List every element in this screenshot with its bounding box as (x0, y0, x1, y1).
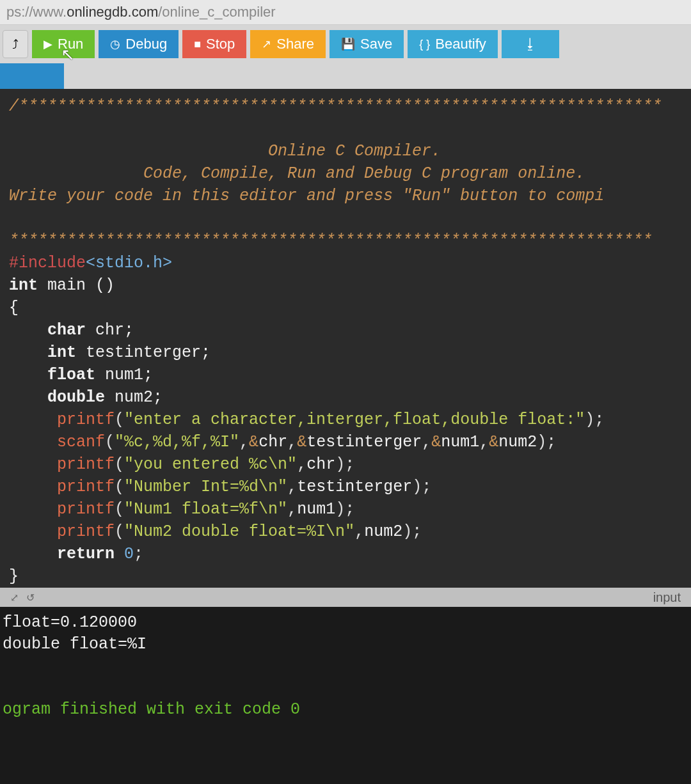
code-editor[interactable]: /***************************************… (0, 89, 691, 588)
stop-icon: ■ (194, 38, 201, 51)
stop-button[interactable]: ■ Stop (182, 30, 246, 58)
str: "Number Int=%d (124, 478, 258, 496)
str: "you entered %c (124, 455, 268, 474)
var: num2 (364, 522, 402, 541)
str: "enter a character,interger,float,double… (124, 411, 585, 429)
decl: num2; (105, 388, 163, 407)
fn-printf: printf (57, 478, 115, 496)
beautify-button[interactable]: { } Beautify (408, 30, 498, 58)
amp: & (249, 433, 258, 451)
nl: \n (258, 478, 278, 496)
beautify-label: Beautify (435, 36, 486, 52)
stop-label: Stop (206, 36, 235, 52)
str: "Num2 double float=%I (124, 522, 326, 541)
var: chr (258, 433, 287, 451)
num-zero: 0 (124, 545, 134, 563)
amp: & (431, 433, 441, 451)
decl: testinterger; (76, 343, 210, 362)
download-icon: ⭳ (523, 36, 537, 52)
amp: & (489, 433, 498, 451)
toolbar: ⤴ ▶ Run ◷ Debug ■ Stop ↗ Share 💾 Save { … (0, 25, 691, 63)
editor-status-bar: ⤢ ↺ input (0, 588, 691, 607)
console-line: double float=%I (3, 635, 147, 654)
save-icon: 💾 (341, 37, 355, 51)
save-label: Save (360, 36, 392, 52)
str: "Num1 float=%f (124, 500, 258, 519)
home-icon: ⤴ (12, 37, 19, 52)
share-button[interactable]: ↗ Share (250, 30, 326, 58)
var: num1 (297, 500, 335, 519)
str: " (287, 455, 297, 474)
comment-line: /***************************************… (9, 97, 662, 116)
comment-line: Code, Compile, Run and Debug C program o… (9, 164, 585, 183)
decl: num1; (95, 366, 153, 384)
main-sig: main () (47, 276, 115, 295)
save-button[interactable]: 💾 Save (330, 30, 404, 58)
var: chr (306, 455, 335, 474)
clock-icon: ◷ (110, 37, 120, 51)
url-host: onlinegdb.com (67, 4, 158, 20)
input-tab-label[interactable]: input (653, 590, 681, 605)
url-bar[interactable]: ps://www.onlinegdb.com/online_c_compiler (0, 0, 691, 25)
nl: \n (268, 455, 287, 474)
play-icon: ▶ (44, 37, 52, 51)
share-icon: ↗ (262, 37, 271, 51)
var: num1 (441, 433, 479, 451)
tab-strip (0, 63, 691, 89)
nl: \n (326, 522, 345, 541)
kw-char: char (47, 321, 86, 340)
active-tab[interactable] (0, 63, 64, 89)
kw-float: float (47, 366, 95, 384)
debug-label: Debug (125, 36, 167, 52)
home-button[interactable]: ⤴ (3, 30, 28, 58)
fn-scanf: scanf (57, 433, 105, 451)
str: " (278, 478, 287, 496)
console-line: float=0.120000 (3, 613, 137, 632)
url-path: /online_c_compiler (158, 4, 275, 20)
comment-line: ****************************************… (9, 231, 652, 250)
str: " (345, 522, 354, 541)
kw-int: int (47, 343, 76, 362)
include-header: <stdio.h> (86, 254, 172, 272)
kw-return: return (57, 545, 115, 563)
console-exit-line: ogram finished with exit code 0 (3, 700, 300, 719)
decl: chr; (86, 321, 134, 340)
url-prefix: ps://www. (6, 4, 67, 20)
fn-printf: printf (57, 522, 115, 541)
history-icon[interactable]: ↺ (26, 592, 35, 604)
var: testinterger (297, 478, 412, 496)
preproc: #include (9, 254, 86, 272)
run-button[interactable]: ▶ Run (32, 30, 95, 58)
expand-icon[interactable]: ⤢ (10, 592, 19, 604)
amp: & (297, 433, 306, 451)
str: "%c,%d,%f,%I" (115, 433, 239, 451)
braces-icon: { } (419, 38, 430, 51)
share-label: Share (276, 36, 314, 52)
fn-printf: printf (57, 455, 115, 474)
fn-printf: printf (57, 411, 115, 429)
brace: } (9, 567, 19, 586)
str: " (278, 500, 287, 519)
var: num2 (498, 433, 537, 451)
comment-line: Online C Compiler. (9, 142, 441, 161)
download-button[interactable]: ⭳ (502, 30, 559, 58)
output-console[interactable]: float=0.120000 double float=%I ogram fin… (0, 607, 691, 784)
debug-button[interactable]: ◷ Debug (99, 30, 179, 58)
kw-int: int (9, 276, 38, 295)
fn-printf: printf (57, 500, 115, 519)
nl: \n (258, 500, 278, 519)
comment-line: Write your code in this editor and press… (9, 187, 604, 205)
kw-double: double (47, 388, 105, 407)
var: testinterger (306, 433, 422, 451)
brace: { (9, 299, 19, 317)
run-label: Run (58, 36, 83, 52)
